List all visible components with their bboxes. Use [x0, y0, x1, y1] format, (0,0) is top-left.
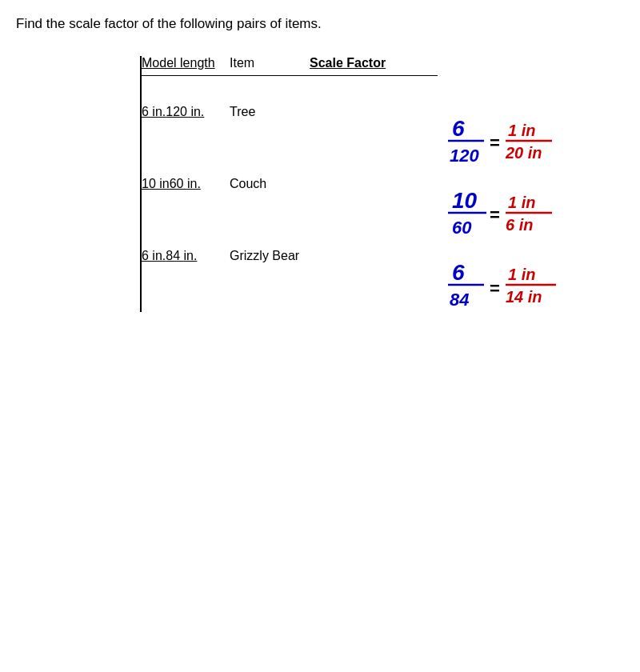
row2-item: Couch: [230, 177, 310, 191]
table-header: Model length Item Scale Factor: [142, 56, 438, 76]
row1-model-val: 6 in.: [142, 105, 166, 118]
row3-model: 6 in.84 in.: [142, 249, 230, 263]
svg-text:20 in: 20 in: [505, 144, 542, 162]
svg-text:1 in: 1 in: [508, 266, 535, 283]
row3-model-val: 6 in.: [142, 249, 166, 262]
svg-text:=: =: [490, 205, 500, 225]
table-section: Model length Item Scale Factor 6 in.120 …: [142, 56, 438, 312]
svg-text:60: 60: [452, 218, 472, 238]
handwritten-annotations: 6 120 = 1 in 20 in 10 60 = 1 in 6 in 6: [448, 112, 624, 352]
handwriting-svg: 6 120 = 1 in 20 in 10 60 = 1 in 6 in 6: [448, 112, 624, 352]
row2-model-val: 10 in: [142, 177, 170, 190]
svg-text:6 in: 6 in: [506, 216, 533, 234]
svg-text:=: =: [490, 133, 500, 153]
row1-item: Tree: [230, 105, 310, 119]
row2-actual-val: 60 in.: [170, 177, 201, 190]
svg-text:1 in: 1 in: [508, 194, 535, 211]
row3-item: Grizzly Bear: [230, 249, 310, 263]
svg-text:120: 120: [450, 146, 479, 166]
header-model: Model length: [142, 56, 230, 70]
svg-text:1 in: 1 in: [508, 122, 535, 139]
svg-text:6: 6: [452, 260, 465, 285]
svg-text:6: 6: [452, 116, 465, 141]
table-row: 10 in60 in. Couch: [142, 148, 438, 220]
svg-text:84: 84: [450, 290, 469, 310]
svg-text:10: 10: [452, 188, 478, 213]
svg-text:14 in: 14 in: [506, 288, 542, 306]
row3-actual-val: 84 in.: [166, 249, 197, 262]
table-row: 6 in.120 in. Tree: [142, 76, 438, 148]
table-row: 6 in.84 in. Grizzly Bear: [142, 220, 438, 292]
page: Find the scale factor of the following p…: [0, 0, 640, 672]
header-item: Item: [230, 56, 310, 70]
header-scale: Scale Factor: [310, 56, 438, 70]
row2-model: 10 in60 in.: [142, 177, 230, 191]
instructions-text: Find the scale factor of the following p…: [16, 16, 624, 32]
row1-actual-val: 120 in.: [166, 105, 204, 118]
row1-model: 6 in.120 in.: [142, 105, 230, 119]
svg-text:=: =: [490, 278, 500, 298]
